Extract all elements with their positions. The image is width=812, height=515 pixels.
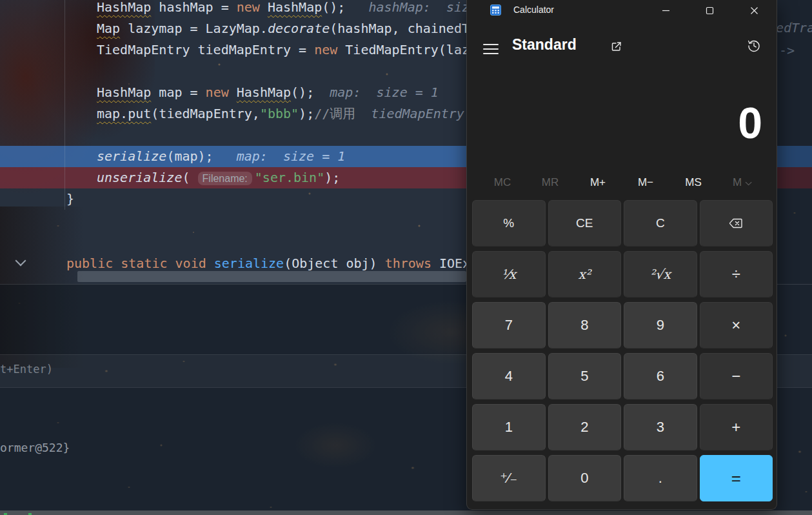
code-token: decorate bbox=[268, 21, 330, 36]
console-hint-fragment: t+Enter) bbox=[0, 363, 53, 376]
calc-key-square[interactable]: x² bbox=[548, 251, 622, 298]
memory-clear-button[interactable]: MC bbox=[479, 172, 526, 194]
calc-key-5[interactable]: 5 bbox=[548, 353, 622, 399]
code-token: (); bbox=[322, 0, 345, 15]
code-token: (tiedMapEntry, bbox=[151, 106, 260, 121]
calc-key-minus[interactable]: − bbox=[700, 353, 773, 399]
calc-key-square-root[interactable]: ²√x bbox=[624, 251, 697, 298]
code-token: (hashMap, chainedT bbox=[330, 21, 470, 36]
code-token: new bbox=[237, 0, 260, 15]
code-token: ); bbox=[324, 170, 340, 185]
code-token: HashMap bbox=[268, 0, 322, 15]
code-token: tiedMapEntry bbox=[355, 106, 464, 121]
calc-key-7[interactable]: 7 bbox=[472, 302, 546, 348]
calc-key-backspace[interactable] bbox=[700, 200, 773, 247]
code-token bbox=[260, 0, 268, 15]
desktop-screen: HashMap hashMap = new HashMap(); hashMap… bbox=[0, 0, 812, 515]
calc-key-8[interactable]: 8 bbox=[548, 302, 622, 348]
maximize-icon[interactable] bbox=[695, 0, 724, 21]
code-fold-chevron-icon[interactable] bbox=[15, 256, 26, 267]
code-token: throws bbox=[385, 256, 431, 271]
code-token: (); bbox=[291, 85, 314, 100]
code-token: lazymap = LazyMap. bbox=[120, 21, 268, 36]
calc-key-decimal[interactable]: . bbox=[624, 455, 697, 501]
code-token: Filename: bbox=[198, 172, 252, 185]
calc-key-plus[interactable]: + bbox=[700, 404, 773, 450]
code-token: "bbb" bbox=[260, 106, 299, 121]
calc-key-3[interactable]: 3 bbox=[624, 404, 697, 450]
code-token: "ser.bin" bbox=[255, 170, 324, 185]
calc-key-clear-entry[interactable]: CE bbox=[548, 200, 622, 247]
code-token: IOEx bbox=[431, 256, 470, 271]
calc-keypad: %CEC ¹⁄xx²²√x÷789×456−123+⁺⁄₋0.= bbox=[472, 200, 773, 501]
code-token: (Object obj) bbox=[284, 256, 385, 271]
hamburger-menu-icon[interactable] bbox=[483, 41, 499, 52]
calculator-display: 0 bbox=[467, 90, 777, 155]
code-token: ); bbox=[299, 106, 314, 121]
code-token: serialize bbox=[214, 256, 284, 271]
calc-key-clear[interactable]: C bbox=[624, 200, 697, 247]
code-token: Map bbox=[97, 21, 120, 36]
code-token bbox=[229, 85, 237, 100]
calc-key-reciprocal[interactable]: ¹⁄x bbox=[472, 251, 546, 298]
minimize-icon[interactable] bbox=[651, 0, 680, 21]
code-token: new bbox=[314, 42, 337, 57]
keep-on-top-icon[interactable] bbox=[610, 40, 623, 53]
calculator-header: Standard bbox=[467, 35, 777, 62]
code-token: ( bbox=[182, 170, 197, 185]
editor-scroll-bar[interactable] bbox=[77, 271, 466, 282]
calc-key-4[interactable]: 4 bbox=[472, 353, 546, 399]
indent-guide-line bbox=[64, 0, 65, 210]
calc-key-equals[interactable]: = bbox=[700, 455, 773, 501]
memory-store-button[interactable]: MS bbox=[669, 172, 717, 194]
code-token: TiedMapEntry tiedMapEntry = bbox=[97, 42, 314, 57]
close-icon[interactable] bbox=[739, 0, 769, 21]
editor-dim-overlay bbox=[777, 0, 812, 284]
calculator-app-icon bbox=[490, 5, 501, 15]
code-token: } bbox=[66, 191, 74, 207]
mode-title: Standard bbox=[512, 36, 577, 54]
calc-key-negate[interactable]: ⁺⁄₋ bbox=[472, 455, 546, 501]
code-token: //调用 bbox=[314, 106, 355, 121]
window-title: Calculator bbox=[513, 5, 554, 15]
history-icon[interactable] bbox=[747, 39, 761, 53]
code-token: hashMap = bbox=[151, 0, 236, 15]
code-token: serialize bbox=[97, 148, 166, 164]
calc-key-2[interactable]: 2 bbox=[548, 404, 622, 450]
calculator-window: Calculator Standard bbox=[466, 0, 777, 510]
memory-subtract-button[interactable]: M− bbox=[622, 172, 669, 194]
code-token: map: size = 1 bbox=[213, 148, 346, 164]
calc-key-9[interactable]: 9 bbox=[624, 302, 697, 348]
code-token: map = bbox=[151, 85, 205, 100]
memory-recall-button[interactable]: MR bbox=[526, 172, 574, 194]
calc-key-percent[interactable]: % bbox=[472, 200, 546, 247]
code-token: TiedMapEntry(laz bbox=[337, 42, 470, 57]
calc-key-divide[interactable]: ÷ bbox=[700, 251, 773, 298]
taskbar-sliver bbox=[0, 510, 812, 515]
memory-add-button[interactable]: M+ bbox=[574, 172, 622, 194]
code-token: HashMap bbox=[97, 85, 151, 100]
code-token: HashMap bbox=[237, 85, 291, 100]
code-token: map.put bbox=[97, 106, 151, 121]
console-variable-fragment: ormer@522} bbox=[0, 441, 70, 454]
code-token: (map); bbox=[166, 148, 213, 164]
code-token: unserialize bbox=[97, 170, 182, 185]
memory-flyout-button[interactable]: M bbox=[717, 172, 765, 194]
calc-key-1[interactable]: 1 bbox=[472, 404, 546, 450]
calc-key-multiply[interactable]: × bbox=[700, 302, 773, 348]
memory-row: MCMRM+M−MSM bbox=[479, 172, 765, 194]
code-token: HashMap bbox=[97, 0, 151, 15]
calculator-titlebar[interactable]: Calculator bbox=[467, 0, 777, 21]
calc-key-6[interactable]: 6 bbox=[624, 353, 697, 399]
code-token: map: size = 1 bbox=[314, 85, 439, 100]
code-token: hashMap: siz bbox=[345, 0, 470, 15]
code-token: public static void bbox=[66, 256, 214, 271]
code-token: new bbox=[206, 85, 229, 100]
calc-key-0[interactable]: 0 bbox=[548, 455, 622, 501]
